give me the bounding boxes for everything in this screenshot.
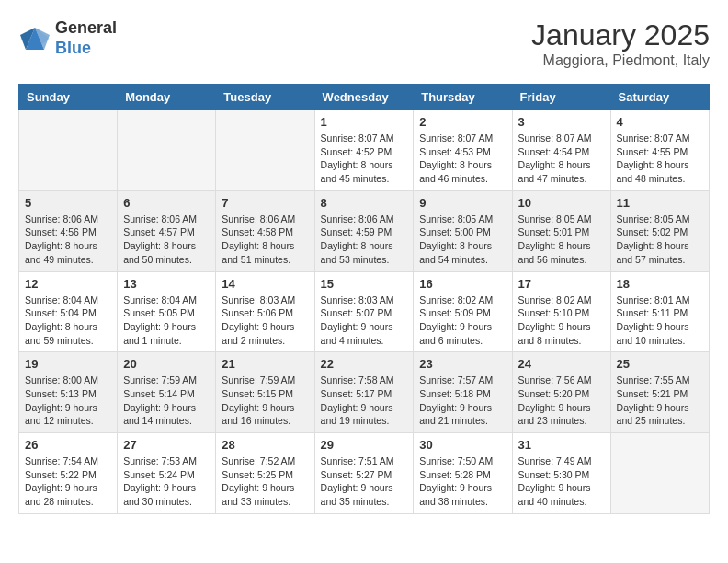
weekday-header-thursday: Thursday [414, 85, 512, 110]
calendar-cell: 5Sunrise: 8:06 AM Sunset: 4:56 PM Daylig… [19, 190, 118, 271]
calendar-week-row: 1Sunrise: 8:07 AM Sunset: 4:52 PM Daylig… [19, 110, 710, 191]
location-text: Maggiora, Piedmont, Italy [531, 52, 710, 69]
calendar-week-row: 26Sunrise: 7:54 AM Sunset: 5:22 PM Dayli… [19, 433, 710, 514]
calendar-cell: 30Sunrise: 7:50 AM Sunset: 5:28 PM Dayli… [414, 433, 512, 514]
weekday-header-tuesday: Tuesday [216, 85, 314, 110]
day-info: Sunrise: 8:06 AM Sunset: 4:57 PM Dayligh… [123, 213, 210, 267]
day-info: Sunrise: 8:04 AM Sunset: 5:04 PM Dayligh… [25, 293, 111, 348]
day-number: 13 [123, 277, 210, 291]
day-info: Sunrise: 8:01 AM Sunset: 5:11 PM Dayligh… [617, 293, 703, 348]
title-block: January 2025 Maggiora, Piedmont, Italy [531, 18, 710, 69]
day-number: 14 [222, 277, 308, 291]
day-number: 1 [321, 115, 408, 129]
day-number: 4 [617, 115, 703, 129]
calendar-cell: 15Sunrise: 8:03 AM Sunset: 5:07 PM Dayli… [314, 271, 414, 352]
page-header: General Blue January 2025 Maggiora, Pied… [18, 18, 710, 69]
calendar-cell: 16Sunrise: 8:02 AM Sunset: 5:09 PM Dayli… [414, 271, 512, 352]
day-number: 8 [321, 196, 408, 210]
day-number: 25 [617, 357, 703, 371]
day-info: Sunrise: 8:05 AM Sunset: 5:02 PM Dayligh… [617, 213, 703, 267]
calendar-cell: 25Sunrise: 7:55 AM Sunset: 5:21 PM Dayli… [610, 352, 709, 433]
calendar-cell: 3Sunrise: 8:07 AM Sunset: 4:54 PM Daylig… [512, 110, 610, 191]
day-info: Sunrise: 7:52 AM Sunset: 5:25 PM Dayligh… [222, 454, 308, 509]
day-number: 31 [518, 438, 605, 452]
day-info: Sunrise: 7:57 AM Sunset: 5:18 PM Dayligh… [419, 373, 506, 428]
calendar-week-row: 12Sunrise: 8:04 AM Sunset: 5:04 PM Dayli… [19, 271, 710, 352]
calendar-cell: 19Sunrise: 8:00 AM Sunset: 5:13 PM Dayli… [19, 352, 118, 433]
day-info: Sunrise: 7:49 AM Sunset: 5:30 PM Dayligh… [518, 454, 605, 509]
day-number: 24 [518, 357, 605, 371]
calendar-cell: 28Sunrise: 7:52 AM Sunset: 5:25 PM Dayli… [216, 433, 314, 514]
day-number: 6 [123, 196, 210, 210]
calendar-cell: 11Sunrise: 8:05 AM Sunset: 5:02 PM Dayli… [610, 190, 709, 271]
calendar-cell: 10Sunrise: 8:05 AM Sunset: 5:01 PM Dayli… [512, 190, 610, 271]
calendar-week-row: 19Sunrise: 8:00 AM Sunset: 5:13 PM Dayli… [19, 352, 710, 433]
day-number: 9 [419, 196, 506, 210]
day-number: 10 [518, 196, 605, 210]
logo: General Blue [18, 18, 117, 58]
calendar-cell: 20Sunrise: 7:59 AM Sunset: 5:14 PM Dayli… [118, 352, 216, 433]
weekday-header-friday: Friday [512, 85, 610, 110]
day-number: 17 [518, 277, 605, 291]
day-number: 28 [222, 438, 308, 452]
day-number: 7 [222, 196, 308, 210]
day-number: 15 [321, 277, 408, 291]
calendar-cell: 27Sunrise: 7:53 AM Sunset: 5:24 PM Dayli… [118, 433, 216, 514]
calendar-cell: 13Sunrise: 8:04 AM Sunset: 5:05 PM Dayli… [118, 271, 216, 352]
weekday-header-saturday: Saturday [610, 85, 709, 110]
day-info: Sunrise: 8:00 AM Sunset: 5:13 PM Dayligh… [25, 373, 111, 428]
day-info: Sunrise: 8:07 AM Sunset: 4:55 PM Dayligh… [617, 132, 703, 186]
day-info: Sunrise: 8:02 AM Sunset: 5:09 PM Dayligh… [419, 293, 506, 348]
calendar-cell: 17Sunrise: 8:02 AM Sunset: 5:10 PM Dayli… [512, 271, 610, 352]
calendar-cell: 1Sunrise: 8:07 AM Sunset: 4:52 PM Daylig… [314, 110, 414, 191]
calendar-cell: 7Sunrise: 8:06 AM Sunset: 4:58 PM Daylig… [216, 190, 314, 271]
day-info: Sunrise: 8:03 AM Sunset: 5:07 PM Dayligh… [321, 293, 408, 348]
day-number: 16 [419, 277, 506, 291]
day-info: Sunrise: 8:07 AM Sunset: 4:54 PM Dayligh… [518, 132, 605, 186]
calendar-cell: 18Sunrise: 8:01 AM Sunset: 5:11 PM Dayli… [610, 271, 709, 352]
month-title: January 2025 [531, 18, 710, 52]
day-info: Sunrise: 7:54 AM Sunset: 5:22 PM Dayligh… [25, 454, 111, 509]
day-info: Sunrise: 8:04 AM Sunset: 5:05 PM Dayligh… [123, 293, 210, 348]
day-number: 18 [617, 277, 703, 291]
day-number: 2 [419, 115, 506, 129]
weekday-header-sunday: Sunday [19, 85, 118, 110]
day-info: Sunrise: 7:55 AM Sunset: 5:21 PM Dayligh… [617, 373, 703, 428]
day-info: Sunrise: 8:06 AM Sunset: 4:56 PM Dayligh… [25, 213, 111, 267]
day-info: Sunrise: 8:07 AM Sunset: 4:53 PM Dayligh… [419, 132, 506, 186]
calendar-cell: 29Sunrise: 7:51 AM Sunset: 5:27 PM Dayli… [314, 433, 414, 514]
calendar-cell: 24Sunrise: 7:56 AM Sunset: 5:20 PM Dayli… [512, 352, 610, 433]
calendar-cell: 31Sunrise: 7:49 AM Sunset: 5:30 PM Dayli… [512, 433, 610, 514]
calendar-cell: 21Sunrise: 7:59 AM Sunset: 5:15 PM Dayli… [216, 352, 314, 433]
day-info: Sunrise: 8:05 AM Sunset: 5:01 PM Dayligh… [518, 213, 605, 267]
day-info: Sunrise: 7:59 AM Sunset: 5:14 PM Dayligh… [123, 373, 210, 428]
day-number: 30 [419, 438, 506, 452]
day-info: Sunrise: 7:58 AM Sunset: 5:17 PM Dayligh… [321, 373, 408, 428]
day-number: 19 [25, 357, 111, 371]
calendar-cell [216, 110, 314, 191]
day-number: 27 [123, 438, 210, 452]
calendar-cell: 22Sunrise: 7:58 AM Sunset: 5:17 PM Dayli… [314, 352, 414, 433]
logo-general-text: General [55, 18, 117, 37]
weekday-header-row: SundayMondayTuesdayWednesdayThursdayFrid… [19, 85, 710, 110]
calendar-cell [19, 110, 118, 191]
day-number: 29 [321, 438, 408, 452]
calendar-cell: 9Sunrise: 8:05 AM Sunset: 5:00 PM Daylig… [414, 190, 512, 271]
logo-icon [18, 26, 51, 52]
day-info: Sunrise: 7:59 AM Sunset: 5:15 PM Dayligh… [222, 373, 308, 428]
calendar-week-row: 5Sunrise: 8:06 AM Sunset: 4:56 PM Daylig… [19, 190, 710, 271]
day-number: 5 [25, 196, 111, 210]
calendar-cell: 12Sunrise: 8:04 AM Sunset: 5:04 PM Dayli… [19, 271, 118, 352]
calendar-cell: 4Sunrise: 8:07 AM Sunset: 4:55 PM Daylig… [610, 110, 709, 191]
day-info: Sunrise: 8:06 AM Sunset: 4:59 PM Dayligh… [321, 213, 408, 267]
day-number: 26 [25, 438, 111, 452]
calendar-table: SundayMondayTuesdayWednesdayThursdayFrid… [18, 84, 710, 514]
logo-blue-text: Blue [55, 39, 91, 57]
day-info: Sunrise: 8:02 AM Sunset: 5:10 PM Dayligh… [518, 293, 605, 348]
day-info: Sunrise: 8:07 AM Sunset: 4:52 PM Dayligh… [321, 132, 408, 186]
day-number: 20 [123, 357, 210, 371]
weekday-header-wednesday: Wednesday [314, 85, 414, 110]
day-number: 21 [222, 357, 308, 371]
calendar-cell: 6Sunrise: 8:06 AM Sunset: 4:57 PM Daylig… [118, 190, 216, 271]
day-info: Sunrise: 7:56 AM Sunset: 5:20 PM Dayligh… [518, 373, 605, 428]
